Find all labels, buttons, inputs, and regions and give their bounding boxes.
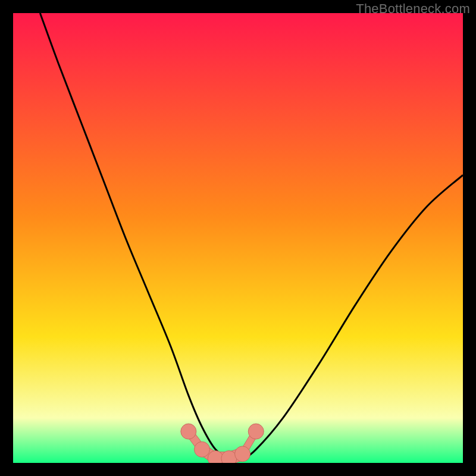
marker-dot [195, 441, 210, 457]
marker-dot [235, 446, 250, 462]
marker-dot [248, 424, 264, 439]
bottleneck-chart [13, 13, 463, 463]
marker-dot [181, 424, 196, 439]
marker-dot [221, 450, 237, 463]
marker-dot [208, 450, 223, 463]
chart-frame: TheBottleneck.com [0, 0, 476, 476]
gradient-background [13, 13, 463, 463]
